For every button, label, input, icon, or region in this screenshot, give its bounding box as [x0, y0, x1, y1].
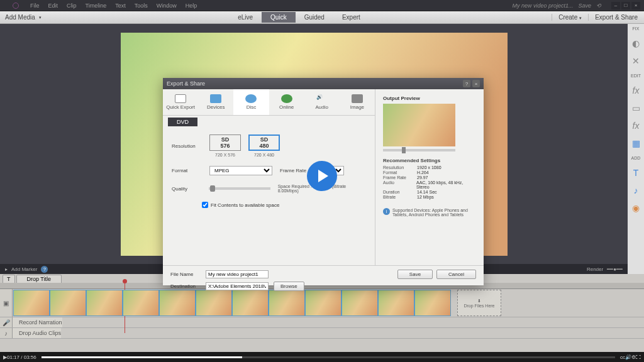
- resolution-576[interactable]: SD576: [209, 134, 241, 151]
- quality-slider[interactable]: [209, 187, 270, 190]
- graphics-icon[interactable]: ◉: [631, 203, 641, 213]
- destination-label: Destination: [170, 283, 201, 289]
- supported-devices: Supported Devices: Apple Phones and Tabl…: [392, 208, 476, 217]
- quick-export-icon: [175, 94, 186, 103]
- cc-icon[interactable]: cc: [620, 354, 625, 360]
- dialog-close-icon[interactable]: ×: [472, 80, 480, 87]
- track-icon[interactable]: ▣: [0, 289, 13, 317]
- mode-guided[interactable]: Guided: [296, 12, 333, 23]
- transitions-icon[interactable]: ▭: [631, 103, 641, 113]
- tab-disc[interactable]: Disc: [233, 89, 269, 115]
- preview-scrubber[interactable]: [383, 149, 455, 151]
- tab-devices[interactable]: Devices: [198, 89, 233, 115]
- drop-files-zone[interactable]: ⬇Drop Files Here: [457, 290, 501, 316]
- clip[interactable]: [13, 290, 50, 316]
- add-media-button[interactable]: Add Media: [0, 14, 47, 21]
- recommended-title: Recommended Settings: [383, 158, 476, 163]
- clip[interactable]: [414, 290, 451, 316]
- drop-audio-button[interactable]: Drop Audio Clips: [13, 328, 61, 338]
- menu-tools[interactable]: Tools: [135, 3, 148, 9]
- clip[interactable]: [86, 290, 123, 316]
- close-icon[interactable]: ×: [631, 2, 640, 9]
- tools-icon[interactable]: ✕: [631, 56, 641, 66]
- cancel-button[interactable]: Cancel: [436, 270, 476, 279]
- dialog-titlebar[interactable]: Export & Share ? ×: [163, 78, 484, 89]
- menu-text[interactable]: Text: [115, 3, 126, 9]
- side-add-label: ADD: [631, 156, 641, 160]
- side-panel: FIX ◐ ✕ EDIT fx ▭ fx ▦ ADD T ♪ ◉: [628, 24, 644, 280]
- settings-icon[interactable]: ⚙: [631, 354, 636, 360]
- menu-edit[interactable]: Edit: [48, 3, 58, 9]
- menu-help[interactable]: Help: [186, 3, 197, 9]
- tab-titles[interactable]: T: [3, 275, 15, 283]
- resolution-480[interactable]: SD480: [248, 134, 280, 151]
- maximize-icon[interactable]: □: [621, 2, 630, 9]
- clip[interactable]: [196, 290, 232, 316]
- render-button[interactable]: Render: [587, 266, 603, 272]
- minimize-icon[interactable]: –: [611, 2, 620, 9]
- help-icon[interactable]: ?: [41, 266, 48, 273]
- tab-audio[interactable]: 🔊Audio: [304, 89, 340, 115]
- titles-icon[interactable]: T: [631, 168, 641, 178]
- adjust-icon[interactable]: ◐: [631, 38, 641, 48]
- menu-clip[interactable]: Clip: [67, 3, 77, 9]
- menubar: File Edit Clip Timeline Text Tools Windo…: [0, 0, 644, 11]
- clip[interactable]: [232, 290, 269, 316]
- narration-track: 🎤 Record Narration: [0, 317, 644, 328]
- audio-icon[interactable]: ♪: [0, 328, 13, 338]
- subtab-dvd[interactable]: DVD: [168, 118, 197, 126]
- tab-online[interactable]: Online: [269, 89, 304, 115]
- browse-button[interactable]: Browse: [274, 282, 304, 291]
- clip[interactable]: [123, 290, 159, 316]
- mode-expert[interactable]: Expert: [333, 12, 369, 23]
- clip[interactable]: [305, 290, 341, 316]
- project-title: My new video project1...: [512, 3, 573, 9]
- mic-icon[interactable]: 🎤: [0, 317, 13, 327]
- fit-contents-checkbox[interactable]: [202, 202, 208, 208]
- devices-icon: [210, 94, 221, 103]
- clip[interactable]: [378, 290, 414, 316]
- format-select[interactable]: MPEG: [209, 166, 272, 175]
- resolution-label: Resolution: [172, 143, 202, 149]
- video-track: ▣ ⬇Drop Files Here: [0, 289, 644, 317]
- tab-drop-title[interactable]: Drop Title: [16, 275, 62, 283]
- fullscreen-icon[interactable]: ⛶: [636, 354, 641, 360]
- save-button[interactable]: Save: [397, 270, 433, 279]
- dialog-help-icon[interactable]: ?: [463, 80, 470, 87]
- export-share-button[interactable]: Export & Share: [588, 14, 644, 21]
- video-progress[interactable]: [42, 356, 615, 358]
- menu-timeline[interactable]: Timeline: [86, 3, 107, 9]
- clip[interactable]: [269, 290, 305, 316]
- info-icon: i: [383, 208, 390, 215]
- create-button[interactable]: Create: [552, 14, 588, 21]
- menu-file[interactable]: File: [30, 3, 40, 9]
- audio-tab-icon: 🔊: [316, 94, 328, 103]
- mode-quick[interactable]: Quick: [262, 12, 296, 23]
- tab-image[interactable]: Image: [340, 89, 375, 115]
- clip[interactable]: [50, 290, 86, 316]
- add-marker-button[interactable]: Add Marker: [11, 266, 37, 272]
- tab-quick-export[interactable]: Quick Export: [163, 89, 198, 115]
- music-icon[interactable]: ♪: [631, 185, 641, 195]
- play-button[interactable]: [307, 161, 337, 191]
- marker-arrow-icon[interactable]: ▸: [5, 266, 8, 272]
- filename-label: File Name: [170, 272, 201, 277]
- output-preview: [383, 104, 455, 146]
- save-label[interactable]: Save: [578, 3, 591, 9]
- filename-input[interactable]: [206, 270, 269, 278]
- clip[interactable]: [341, 290, 378, 316]
- clips-row[interactable]: ⬇Drop Files Here: [13, 289, 644, 317]
- quality-label: Quality: [172, 186, 201, 192]
- fx2-icon[interactable]: fx: [631, 121, 641, 131]
- fx-icon[interactable]: fx: [631, 85, 641, 96]
- record-narration-button[interactable]: Record Narration: [13, 317, 62, 327]
- zoom-slider-icon[interactable]: ━━●━━: [607, 266, 623, 272]
- volume-icon[interactable]: 🔊: [625, 354, 631, 360]
- clip[interactable]: [159, 290, 196, 316]
- undo-icon[interactable]: ⟲: [596, 3, 601, 9]
- fit-contents-label: Fit Contents to available space: [211, 202, 279, 208]
- destination-input[interactable]: [206, 282, 269, 290]
- mode-elive[interactable]: eLive: [229, 12, 262, 23]
- color-icon[interactable]: ▦: [631, 138, 641, 148]
- menu-window[interactable]: Window: [157, 3, 177, 9]
